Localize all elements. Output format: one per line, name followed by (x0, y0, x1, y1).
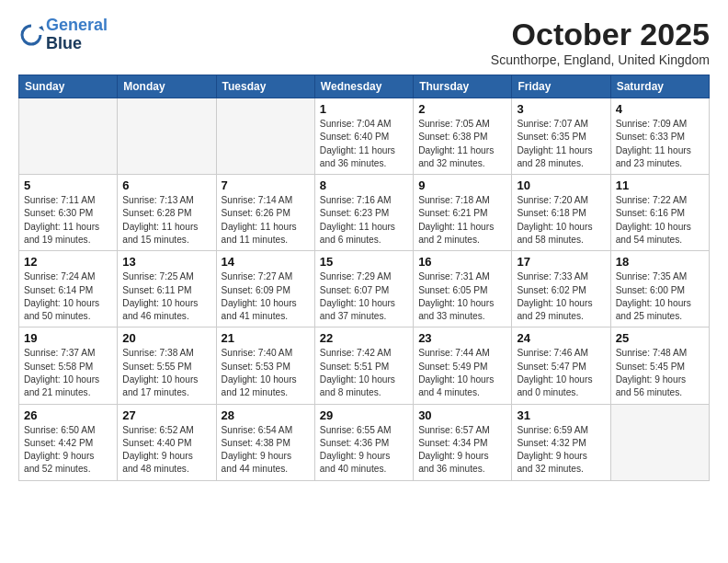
day-number: 9 (418, 178, 506, 192)
day-info: Sunrise: 7:20 AM Sunset: 6:18 PM Dayligh… (517, 194, 605, 247)
page: GeneralBlue October 2025 Scunthorpe, Eng… (0, 0, 728, 563)
day-number: 27 (122, 408, 210, 422)
calendar-cell: 24Sunrise: 7:46 AM Sunset: 5:47 PM Dayli… (512, 327, 610, 404)
header: GeneralBlue October 2025 Scunthorpe, Eng… (18, 17, 710, 67)
calendar-cell: 19Sunrise: 7:37 AM Sunset: 5:58 PM Dayli… (19, 327, 118, 404)
day-info: Sunrise: 7:22 AM Sunset: 6:16 PM Dayligh… (616, 194, 704, 247)
day-number: 18 (616, 255, 704, 269)
calendar-cell (610, 404, 709, 480)
calendar-cell: 12Sunrise: 7:24 AM Sunset: 6:14 PM Dayli… (19, 251, 118, 327)
calendar-header-row: Sunday Monday Tuesday Wednesday Thursday… (19, 75, 710, 98)
day-number: 5 (24, 178, 112, 192)
day-info: Sunrise: 7:35 AM Sunset: 6:00 PM Dayligh… (616, 270, 704, 323)
day-info: Sunrise: 7:25 AM Sunset: 6:11 PM Dayligh… (122, 270, 210, 323)
logo: GeneralBlue (18, 17, 108, 53)
calendar-cell: 22Sunrise: 7:42 AM Sunset: 5:51 PM Dayli… (314, 327, 413, 404)
calendar-cell: 10Sunrise: 7:20 AM Sunset: 6:18 PM Dayli… (512, 175, 610, 251)
subtitle: Scunthorpe, England, United Kingdom (491, 52, 710, 67)
calendar-cell: 13Sunrise: 7:25 AM Sunset: 6:11 PM Dayli… (118, 251, 216, 327)
day-number: 13 (122, 255, 210, 269)
day-info: Sunrise: 7:04 AM Sunset: 6:40 PM Dayligh… (320, 118, 408, 170)
title-block: October 2025 Scunthorpe, England, United… (491, 17, 710, 67)
calendar-week-row-5: 26Sunrise: 6:50 AM Sunset: 4:42 PM Dayli… (19, 404, 710, 480)
calendar-cell: 4Sunrise: 7:09 AM Sunset: 6:33 PM Daylig… (610, 98, 709, 175)
calendar-week-row-3: 12Sunrise: 7:24 AM Sunset: 6:14 PM Dayli… (19, 251, 710, 327)
day-info: Sunrise: 7:05 AM Sunset: 6:38 PM Dayligh… (418, 118, 506, 170)
calendar-cell: 23Sunrise: 7:44 AM Sunset: 5:49 PM Dayli… (414, 327, 512, 404)
day-info: Sunrise: 7:42 AM Sunset: 5:51 PM Dayligh… (320, 347, 408, 399)
day-info: Sunrise: 7:29 AM Sunset: 6:07 PM Dayligh… (320, 270, 408, 323)
day-number: 2 (418, 102, 506, 116)
calendar-cell: 17Sunrise: 7:33 AM Sunset: 6:02 PM Dayli… (512, 251, 610, 327)
day-info: Sunrise: 7:27 AM Sunset: 6:09 PM Dayligh… (222, 270, 310, 323)
calendar-cell: 31Sunrise: 6:59 AM Sunset: 4:32 PM Dayli… (512, 404, 610, 480)
day-info: Sunrise: 6:57 AM Sunset: 4:34 PM Dayligh… (418, 424, 506, 477)
calendar-cell: 15Sunrise: 7:29 AM Sunset: 6:07 PM Dayli… (314, 251, 413, 327)
day-number: 8 (320, 178, 408, 192)
day-number: 10 (517, 178, 605, 192)
calendar-cell: 26Sunrise: 6:50 AM Sunset: 4:42 PM Dayli… (19, 404, 118, 480)
day-number: 1 (320, 102, 408, 116)
col-sunday: Sunday (19, 75, 118, 98)
day-number: 15 (320, 255, 408, 269)
calendar-cell: 28Sunrise: 6:54 AM Sunset: 4:38 PM Dayli… (216, 404, 314, 480)
day-info: Sunrise: 7:40 AM Sunset: 5:53 PM Dayligh… (222, 347, 310, 399)
calendar-cell: 27Sunrise: 6:52 AM Sunset: 4:40 PM Dayli… (118, 404, 216, 480)
calendar-cell: 2Sunrise: 7:05 AM Sunset: 6:38 PM Daylig… (414, 98, 512, 175)
day-info: Sunrise: 6:50 AM Sunset: 4:42 PM Dayligh… (24, 424, 112, 477)
day-info: Sunrise: 6:54 AM Sunset: 4:38 PM Dayligh… (222, 424, 310, 477)
day-info: Sunrise: 7:16 AM Sunset: 6:23 PM Dayligh… (320, 194, 408, 247)
calendar-cell: 1Sunrise: 7:04 AM Sunset: 6:40 PM Daylig… (314, 98, 413, 175)
logo-text: GeneralBlue (46, 17, 108, 53)
day-number: 7 (222, 178, 310, 192)
day-number: 6 (122, 178, 210, 192)
calendar-cell: 6Sunrise: 7:13 AM Sunset: 6:28 PM Daylig… (118, 175, 216, 251)
day-number: 11 (616, 178, 704, 192)
calendar-cell: 7Sunrise: 7:14 AM Sunset: 6:26 PM Daylig… (216, 175, 314, 251)
day-number: 4 (616, 102, 704, 116)
calendar-cell: 9Sunrise: 7:18 AM Sunset: 6:21 PM Daylig… (414, 175, 512, 251)
calendar-cell: 8Sunrise: 7:16 AM Sunset: 6:23 PM Daylig… (314, 175, 413, 251)
col-friday: Friday (512, 75, 610, 98)
day-info: Sunrise: 7:24 AM Sunset: 6:14 PM Dayligh… (24, 270, 112, 323)
col-tuesday: Tuesday (216, 75, 314, 98)
calendar-cell: 3Sunrise: 7:07 AM Sunset: 6:35 PM Daylig… (512, 98, 610, 175)
calendar-cell: 30Sunrise: 6:57 AM Sunset: 4:34 PM Dayli… (414, 404, 512, 480)
day-number: 19 (24, 331, 112, 345)
col-monday: Monday (118, 75, 216, 98)
calendar-week-row-4: 19Sunrise: 7:37 AM Sunset: 5:58 PM Dayli… (19, 327, 710, 404)
day-number: 24 (517, 331, 605, 345)
calendar-cell (216, 98, 314, 175)
logo-icon (18, 22, 44, 48)
col-thursday: Thursday (414, 75, 512, 98)
day-info: Sunrise: 7:13 AM Sunset: 6:28 PM Dayligh… (122, 194, 210, 247)
day-number: 25 (616, 331, 704, 345)
calendar-cell: 16Sunrise: 7:31 AM Sunset: 6:05 PM Dayli… (414, 251, 512, 327)
day-info: Sunrise: 7:07 AM Sunset: 6:35 PM Dayligh… (517, 118, 605, 170)
day-info: Sunrise: 7:18 AM Sunset: 6:21 PM Dayligh… (418, 194, 506, 247)
calendar-cell: 18Sunrise: 7:35 AM Sunset: 6:00 PM Dayli… (610, 251, 709, 327)
calendar-cell: 11Sunrise: 7:22 AM Sunset: 6:16 PM Dayli… (610, 175, 709, 251)
day-number: 28 (222, 408, 310, 422)
calendar-cell: 14Sunrise: 7:27 AM Sunset: 6:09 PM Dayli… (216, 251, 314, 327)
day-number: 14 (222, 255, 310, 269)
day-info: Sunrise: 7:33 AM Sunset: 6:02 PM Dayligh… (517, 270, 605, 323)
calendar-cell: 20Sunrise: 7:38 AM Sunset: 5:55 PM Dayli… (118, 327, 216, 404)
day-number: 22 (320, 331, 408, 345)
day-info: Sunrise: 7:09 AM Sunset: 6:33 PM Dayligh… (616, 118, 704, 170)
day-info: Sunrise: 7:38 AM Sunset: 5:55 PM Dayligh… (122, 347, 210, 399)
day-info: Sunrise: 6:55 AM Sunset: 4:36 PM Dayligh… (320, 424, 408, 477)
calendar-week-row-2: 5Sunrise: 7:11 AM Sunset: 6:30 PM Daylig… (19, 175, 710, 251)
calendar-cell (19, 98, 118, 175)
calendar-cell: 5Sunrise: 7:11 AM Sunset: 6:30 PM Daylig… (19, 175, 118, 251)
month-title: October 2025 (491, 17, 710, 52)
day-number: 29 (320, 408, 408, 422)
day-info: Sunrise: 7:14 AM Sunset: 6:26 PM Dayligh… (222, 194, 310, 247)
calendar-cell: 25Sunrise: 7:48 AM Sunset: 5:45 PM Dayli… (610, 327, 709, 404)
calendar-cell: 29Sunrise: 6:55 AM Sunset: 4:36 PM Dayli… (314, 404, 413, 480)
day-number: 12 (24, 255, 112, 269)
day-info: Sunrise: 7:31 AM Sunset: 6:05 PM Dayligh… (418, 270, 506, 323)
day-info: Sunrise: 7:46 AM Sunset: 5:47 PM Dayligh… (517, 347, 605, 399)
day-info: Sunrise: 7:44 AM Sunset: 5:49 PM Dayligh… (418, 347, 506, 399)
day-info: Sunrise: 7:11 AM Sunset: 6:30 PM Dayligh… (24, 194, 112, 247)
